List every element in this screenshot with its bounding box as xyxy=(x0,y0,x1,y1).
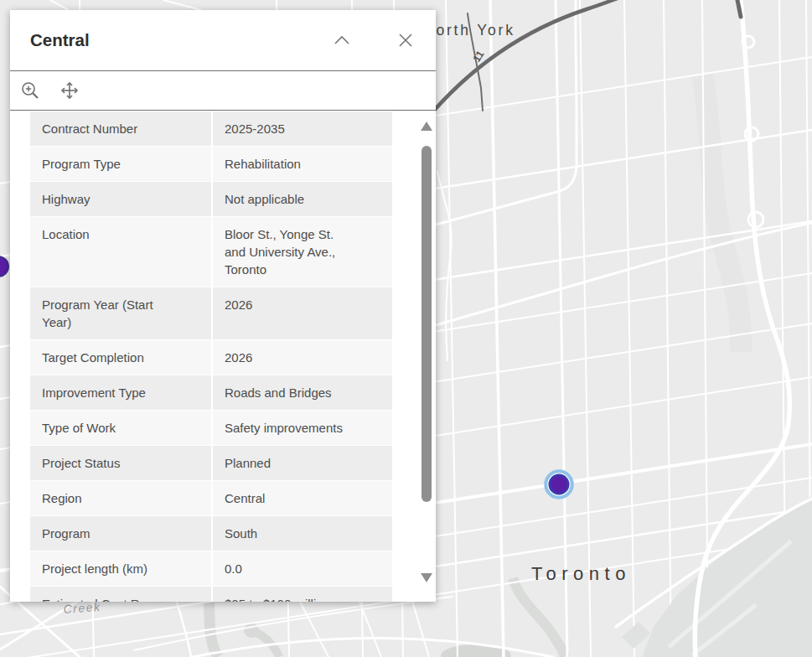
table-row: Type of Work Safety improvements xyxy=(30,411,392,445)
field-label: Program Year (Start Year) xyxy=(30,287,211,339)
field-label: Project Status xyxy=(30,446,211,480)
popup-title: Central xyxy=(30,30,331,50)
field-value: $25 to $100 million xyxy=(213,587,392,602)
field-value: 0.0 xyxy=(213,551,392,586)
table-row: Highway Not applicable xyxy=(30,182,392,216)
move-arrows-icon xyxy=(59,80,80,101)
field-label: Region xyxy=(30,481,211,515)
field-label: Highway xyxy=(30,182,211,216)
table-row: Program South xyxy=(30,516,392,551)
popup-scrollbar[interactable] xyxy=(419,122,434,593)
field-value: 2026 xyxy=(213,287,392,339)
marker-core xyxy=(550,475,568,494)
field-value: Safety improvements xyxy=(213,411,392,445)
table-row: Contract Number 2025-2035 xyxy=(30,111,392,146)
field-label: Type of Work xyxy=(30,411,211,445)
collapse-button[interactable] xyxy=(331,29,353,51)
app-window: North York 11 Toronto Creek Central xyxy=(0,0,812,657)
field-label: Estimated Cost Range xyxy=(30,587,211,602)
field-value: Central xyxy=(213,481,392,515)
table-row: Region Central xyxy=(30,481,392,515)
field-value: Not applicable xyxy=(213,182,392,216)
field-value: South xyxy=(213,516,392,551)
triangle-up-icon[interactable] xyxy=(421,122,432,131)
popup-toolbar xyxy=(10,70,436,111)
table-row: Program Type Rehabilitation xyxy=(30,147,392,181)
field-label: Contract Number xyxy=(30,111,211,146)
table-row: Estimated Cost Range $25 to $100 million xyxy=(30,587,392,602)
field-label: Program xyxy=(30,516,211,551)
popup-header: Central xyxy=(10,10,436,70)
field-value: Roads and Bridges xyxy=(213,375,392,410)
field-value: 2026 xyxy=(213,340,392,375)
close-icon xyxy=(398,33,413,48)
field-label: Location xyxy=(30,217,211,287)
table-row: Project Status Planned xyxy=(30,446,392,480)
city-label: Toronto xyxy=(531,563,631,584)
field-value: 2025-2035 xyxy=(213,111,392,146)
field-label: Improvement Type xyxy=(30,375,211,410)
zoom-to-button[interactable] xyxy=(20,80,40,101)
table-row: Improvement Type Roads and Bridges xyxy=(30,375,392,410)
popup-content: Contract Number 2025-2035 Program Type R… xyxy=(10,111,436,602)
magnifier-plus-icon xyxy=(20,80,40,101)
creek-label: Creek xyxy=(63,600,101,616)
close-button[interactable] xyxy=(395,29,416,51)
table-row: Target Completion 2026 xyxy=(30,340,392,375)
table-row: Program Year (Start Year) 2026 xyxy=(30,287,392,339)
chevron-up-icon xyxy=(333,34,351,46)
triangle-down-icon[interactable] xyxy=(421,573,432,582)
district-label: North York xyxy=(423,22,515,39)
field-label: Project length (km) xyxy=(30,551,211,586)
move-button[interactable] xyxy=(59,80,80,101)
table-row: Location Bloor St., Yonge St. and Univer… xyxy=(30,217,392,287)
attribute-table: Contract Number 2025-2035 Program Type R… xyxy=(30,111,392,602)
scrollbar-thumb[interactable] xyxy=(422,146,432,502)
project-marker-selected[interactable] xyxy=(546,472,572,498)
feature-popup: Central xyxy=(10,10,436,602)
field-value: Planned xyxy=(213,446,392,480)
field-value: Bloor St., Yonge St. and University Ave.… xyxy=(213,217,392,287)
table-row: Project length (km) 0.0 xyxy=(30,551,392,586)
field-value: Rehabilitation xyxy=(213,147,392,181)
field-label: Target Completion xyxy=(30,340,211,375)
field-label: Program Type xyxy=(30,147,211,181)
